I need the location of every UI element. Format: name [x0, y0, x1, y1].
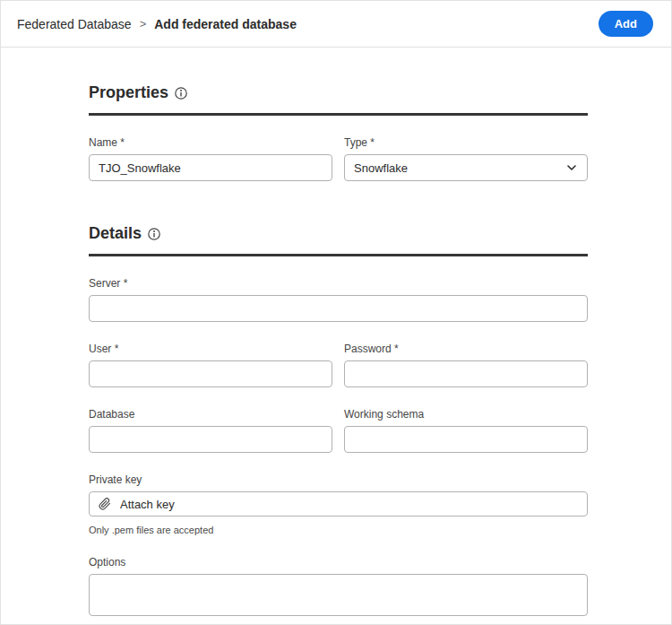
paperclip-icon: [99, 498, 111, 510]
properties-form: Name * Type * Snowflake: [89, 136, 588, 181]
section-divider: [89, 113, 588, 116]
password-field-group: Password *: [344, 343, 588, 387]
details-form: Server * User * Password *: [89, 277, 588, 625]
server-input[interactable]: [89, 295, 588, 322]
working-schema-label: Working schema: [344, 408, 588, 421]
top-bar: Federated Database > Add federated datab…: [1, 1, 671, 48]
options-label: Options: [89, 556, 588, 569]
name-field-group: Name *: [89, 136, 332, 181]
database-input[interactable]: [89, 426, 332, 453]
add-federated-database-page: Federated Database > Add federated datab…: [0, 0, 672, 625]
working-schema-input[interactable]: [344, 426, 588, 453]
properties-title: Properties: [89, 83, 168, 102]
options-field-group: Options Options are in 'parameter=value'…: [89, 556, 588, 625]
password-label: Password *: [344, 343, 588, 355]
type-selected-value: Snowflake: [354, 161, 408, 175]
working-schema-field-group: Working schema: [344, 408, 588, 453]
private-key-label: Private key: [89, 473, 588, 486]
name-input[interactable]: [89, 154, 332, 181]
name-label: Name *: [89, 136, 332, 149]
type-label: Type *: [344, 136, 588, 149]
add-button[interactable]: Add: [599, 11, 653, 37]
breadcrumb-current: Add federated database: [154, 17, 297, 31]
user-label: User *: [89, 343, 332, 355]
attach-key-label: Attach key: [120, 498, 175, 511]
server-field-group: Server *: [89, 277, 588, 322]
user-field-group: User *: [89, 343, 332, 387]
breadcrumb-separator: >: [140, 17, 147, 30]
attach-key-button[interactable]: Attach key: [89, 491, 588, 516]
type-field-group: Type * Snowflake: [344, 136, 588, 181]
database-label: Database: [89, 408, 332, 421]
properties-heading: Properties: [89, 83, 588, 102]
info-icon[interactable]: [175, 87, 187, 100]
main-content: Properties Name * Ty: [1, 48, 588, 625]
options-textarea[interactable]: [89, 574, 588, 616]
password-input[interactable]: [344, 360, 588, 387]
info-icon[interactable]: [148, 228, 160, 240]
details-heading: Details: [89, 224, 588, 243]
details-section: Details Server *: [89, 224, 588, 625]
chevron-down-icon: [567, 165, 576, 170]
type-select[interactable]: Snowflake: [344, 154, 588, 181]
details-title: Details: [89, 224, 142, 243]
breadcrumb-item-federated-database[interactable]: Federated Database: [17, 17, 132, 31]
database-field-group: Database: [89, 408, 332, 453]
section-divider: [89, 254, 588, 256]
server-label: Server *: [89, 277, 588, 290]
properties-section: Properties Name * Ty: [89, 83, 588, 181]
breadcrumb: Federated Database > Add federated datab…: [17, 17, 297, 31]
private-key-helper: Only .pem files are accepted: [89, 525, 588, 535]
user-input[interactable]: [89, 360, 332, 387]
private-key-field-group: Private key Attach key Only .pem files a…: [89, 473, 588, 535]
